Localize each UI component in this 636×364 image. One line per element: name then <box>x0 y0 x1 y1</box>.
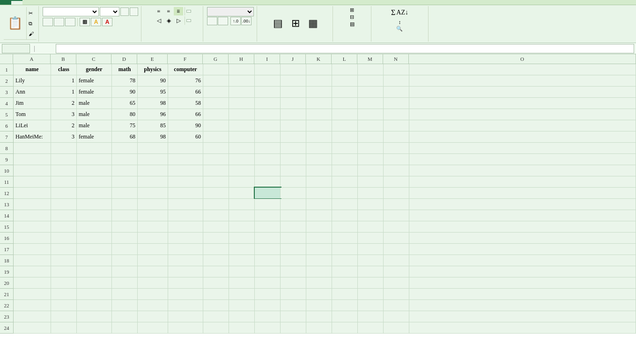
cell-D19[interactable] <box>112 266 138 277</box>
merge-center-button[interactable] <box>186 19 191 22</box>
cell-O2[interactable] <box>409 75 636 86</box>
cell-F17[interactable] <box>168 244 203 255</box>
cell-reference-input[interactable] <box>2 44 30 53</box>
align-top-left-button[interactable]: ≡ <box>154 7 163 15</box>
cell-B6[interactable]: 2 <box>51 120 77 131</box>
cell-B1[interactable]: class <box>51 64 77 75</box>
italic-button[interactable] <box>54 18 64 26</box>
cell-K16[interactable] <box>306 233 332 243</box>
cell-G17[interactable] <box>203 244 229 255</box>
cell-L5[interactable] <box>332 109 358 120</box>
cell-O18[interactable] <box>409 255 636 266</box>
tab-file[interactable] <box>0 0 11 5</box>
formula-input[interactable] <box>56 44 634 53</box>
cell-I22[interactable] <box>255 300 281 311</box>
cell-J17[interactable] <box>281 244 306 255</box>
cell-O9[interactable] <box>409 154 636 165</box>
cell-C15[interactable] <box>77 221 112 232</box>
cell-N18[interactable] <box>384 255 409 266</box>
cell-K2[interactable] <box>306 75 332 86</box>
cell-A17[interactable] <box>14 244 51 255</box>
row-header-11[interactable]: 11 <box>0 176 13 188</box>
cell-B19[interactable] <box>51 266 77 277</box>
cell-D3[interactable]: 90 <box>112 87 138 97</box>
cell-E8[interactable] <box>138 143 168 153</box>
tab-data[interactable] <box>56 0 67 5</box>
cell-L24[interactable] <box>332 322 358 333</box>
cell-I18[interactable] <box>255 255 281 266</box>
cell-K6[interactable] <box>306 120 332 131</box>
cell-J6[interactable] <box>281 120 306 131</box>
cell-J10[interactable] <box>281 165 306 176</box>
font-size-select[interactable] <box>100 7 119 16</box>
cell-F16[interactable] <box>168 233 203 243</box>
cell-D12[interactable] <box>112 188 138 198</box>
cell-H13[interactable] <box>229 199 255 210</box>
cell-I15[interactable] <box>255 221 281 232</box>
cell-A10[interactable] <box>14 165 51 176</box>
cell-C4[interactable]: male <box>77 98 112 109</box>
cell-F8[interactable] <box>168 143 203 153</box>
font-name-select[interactable] <box>43 7 99 16</box>
cell-B9[interactable] <box>51 154 77 165</box>
cell-E10[interactable] <box>138 165 168 176</box>
cell-E20[interactable] <box>138 277 168 288</box>
cell-E4[interactable]: 98 <box>138 98 168 109</box>
cell-B10[interactable] <box>51 165 77 176</box>
cell-M22[interactable] <box>358 300 384 311</box>
tab-home[interactable] <box>11 0 22 5</box>
cell-J20[interactable] <box>281 277 306 288</box>
cell-I20[interactable] <box>255 277 281 288</box>
cell-C21[interactable] <box>77 289 112 299</box>
cell-J24[interactable] <box>281 322 306 333</box>
cell-M10[interactable] <box>358 165 384 176</box>
cell-O12[interactable] <box>409 188 636 198</box>
underline-button[interactable] <box>65 18 75 26</box>
border-button[interactable]: ⊞ <box>80 18 90 26</box>
cell-N1[interactable] <box>384 64 409 75</box>
align-left-button[interactable]: ◁ <box>154 16 163 25</box>
cell-M1[interactable] <box>358 64 384 75</box>
cell-F11[interactable] <box>168 176 203 187</box>
cell-H12[interactable] <box>229 188 255 198</box>
row-header-21[interactable]: 21 <box>0 289 13 300</box>
cell-O23[interactable] <box>409 311 636 322</box>
number-format-select[interactable] <box>207 7 254 16</box>
cell-M16[interactable] <box>358 233 384 243</box>
cell-D23[interactable] <box>112 311 138 322</box>
cell-J14[interactable] <box>281 210 306 221</box>
cell-E3[interactable]: 95 <box>138 87 168 97</box>
cell-C22[interactable] <box>77 300 112 311</box>
paste-button[interactable]: 📋 <box>4 7 27 39</box>
cell-B17[interactable] <box>51 244 77 255</box>
cell-F13[interactable] <box>168 199 203 210</box>
cell-A23[interactable] <box>14 311 51 322</box>
row-header-22[interactable]: 22 <box>0 300 13 311</box>
cell-I4[interactable] <box>255 98 281 109</box>
cell-M13[interactable] <box>358 199 384 210</box>
row-header-9[interactable]: 9 <box>0 154 13 165</box>
cell-C18[interactable] <box>77 255 112 266</box>
insert-button[interactable]: ⊞ <box>350 7 355 13</box>
cell-E24[interactable] <box>138 322 168 333</box>
cell-C19[interactable] <box>77 266 112 277</box>
cell-N22[interactable] <box>384 300 409 311</box>
cell-A22[interactable] <box>14 300 51 311</box>
row-header-20[interactable]: 20 <box>0 277 13 289</box>
cell-G10[interactable] <box>203 165 229 176</box>
cell-A13[interactable] <box>14 199 51 210</box>
cell-E5[interactable]: 96 <box>138 109 168 120</box>
cell-B15[interactable] <box>51 221 77 232</box>
cell-O3[interactable] <box>409 87 636 97</box>
cell-F2[interactable]: 76 <box>168 75 203 86</box>
cell-C7[interactable]: female <box>77 131 112 142</box>
cell-A4[interactable]: Jim <box>14 98 51 109</box>
cell-K13[interactable] <box>306 199 332 210</box>
cell-M14[interactable] <box>358 210 384 221</box>
row-header-12[interactable]: 12 <box>0 188 13 199</box>
cell-N11[interactable] <box>384 176 409 187</box>
cell-K20[interactable] <box>306 277 332 288</box>
cell-D13[interactable] <box>112 199 138 210</box>
cell-N15[interactable] <box>384 221 409 232</box>
cell-J3[interactable] <box>281 87 306 97</box>
